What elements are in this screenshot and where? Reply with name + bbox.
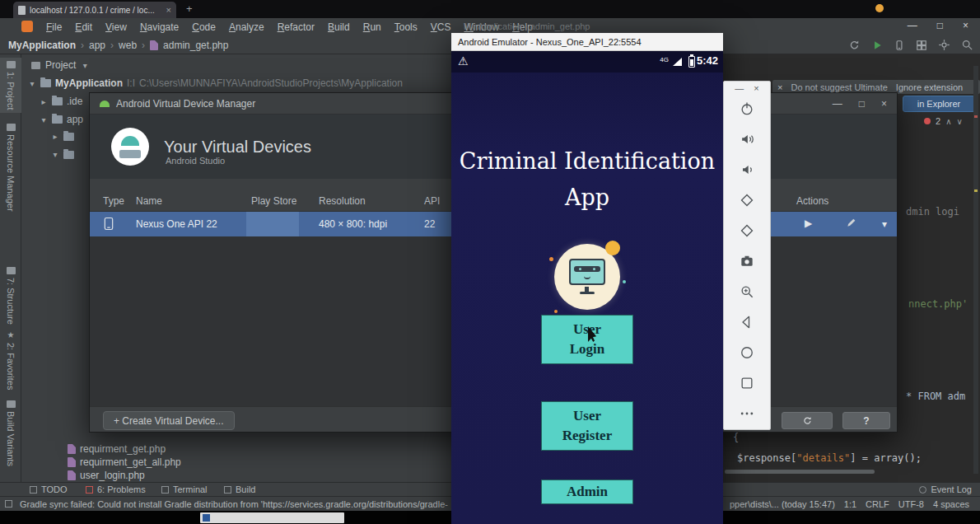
menu-analyze[interactable]: Analyze [222, 21, 271, 33]
close-icon[interactable]: × [963, 20, 968, 31]
chevron-down-icon[interactable]: ▾ [81, 61, 89, 70]
taskbar-item[interactable] [200, 512, 344, 523]
breadcrumb-project[interactable]: MyApplication [8, 40, 76, 51]
tab-close-icon[interactable]: × [166, 5, 171, 15]
user-register-button[interactable]: User Register [541, 401, 633, 451]
power-button[interactable] [724, 96, 770, 121]
settings-icon[interactable] [938, 39, 950, 51]
minimize-icon[interactable]: — [833, 98, 842, 110]
col-api[interactable]: API [424, 195, 440, 207]
inspection-widget[interactable]: 2 ∧ ∨ [924, 116, 963, 126]
caret-position[interactable]: 1:1 [844, 499, 856, 509]
tree-row-collapsed-2[interactable]: ▾ [51, 150, 74, 159]
overview-button[interactable] [724, 371, 770, 395]
tree-row-file[interactable]: requirment_get_all.php [68, 456, 181, 468]
sidebar-item-structure[interactable]: 7: Structure [0, 267, 21, 325]
tree-row-collapsed-1[interactable]: ▸ [51, 132, 74, 141]
line-ending[interactable]: CRLF [866, 499, 889, 509]
notification-link-ultimate[interactable]: Do not suggest Ultimate [791, 82, 887, 92]
browser-tab[interactable]: localhost / 127.0.0.1 / crime / loc... × [13, 2, 176, 18]
menu-code[interactable]: Code [185, 21, 222, 33]
chevron-closed-icon[interactable]: ▸ [51, 132, 59, 141]
project-panel-header[interactable]: Project ▾ [31, 59, 89, 71]
menu-vcs[interactable]: VCS [424, 21, 458, 33]
close-icon[interactable]: × [777, 82, 782, 92]
error-stripe[interactable] [973, 66, 978, 474]
menu-edit[interactable]: Edit [68, 21, 99, 33]
emulator-titlebar[interactable]: Android Emulator - Nexus_One_API_22:5554 [451, 33, 723, 51]
chevron-open-icon[interactable]: ▾ [51, 150, 59, 159]
prev-error-icon[interactable]: ∧ [945, 117, 951, 126]
back-button[interactable] [724, 310, 770, 335]
menu-refactor[interactable]: Refactor [271, 21, 321, 33]
tree-row-file[interactable]: user_login.php [68, 470, 145, 481]
menu-build[interactable]: Build [321, 21, 357, 33]
tab-problems[interactable]: 6: Problems [86, 484, 146, 494]
maximize-icon[interactable]: □ [859, 98, 865, 110]
indent-setting[interactable]: 4 spaces [933, 499, 969, 509]
tab-build[interactable]: Build [224, 484, 255, 494]
file-encoding[interactable]: UTF-8 [898, 499, 924, 509]
menu-tools[interactable]: Tools [388, 21, 424, 33]
horizontal-scrollbar[interactable] [725, 470, 875, 474]
create-virtual-device-button[interactable]: + Create Virtual Device... [103, 411, 235, 430]
user-login-button[interactable]: User Login [541, 315, 633, 364]
search-icon[interactable] [961, 39, 973, 51]
show-in-explorer-button[interactable]: in Explorer [903, 96, 975, 112]
status-message[interactable]: Gradle sync failed: Could not install Gr… [20, 499, 448, 509]
zoom-button[interactable] [724, 279, 770, 304]
minimize-icon[interactable]: — [735, 83, 744, 93]
launch-avd-button[interactable]: ▶ [805, 218, 812, 229]
maximize-icon[interactable]: □ [937, 20, 943, 31]
sidebar-item-favorites[interactable]: ★ 2: Favorites [0, 331, 21, 390]
sidebar-item-project[interactable]: 1: Project [0, 58, 21, 113]
help-button[interactable]: ? [842, 412, 890, 429]
menu-navigate[interactable]: Navigate [133, 21, 185, 33]
tree-row-file[interactable]: requirment_get.php [68, 443, 166, 455]
avd-menu-button[interactable]: ▾ [882, 218, 887, 230]
close-icon[interactable]: × [754, 83, 758, 93]
col-actions[interactable]: Actions [796, 195, 828, 207]
run-icon[interactable] [871, 40, 883, 51]
admin-button[interactable]: Admin [541, 480, 633, 504]
col-type[interactable]: Type [103, 195, 124, 207]
tool-window-toggle-icon[interactable] [5, 500, 12, 508]
sidebar-item-build-variants[interactable]: Build Variants [0, 400, 21, 466]
breadcrumb-web[interactable]: web [119, 40, 137, 51]
col-play-store[interactable]: Play Store [251, 195, 296, 207]
home-button[interactable] [724, 340, 770, 365]
rotate-left-button[interactable] [724, 188, 770, 213]
menu-run[interactable]: Run [357, 21, 388, 33]
chevron-closed-icon[interactable]: ▸ [40, 97, 48, 106]
more-button[interactable] [724, 401, 770, 426]
next-error-icon[interactable]: ∨ [956, 117, 962, 126]
volume-down-button[interactable] [724, 157, 770, 182]
close-icon[interactable]: × [881, 98, 887, 110]
col-name[interactable]: Name [136, 195, 162, 207]
tab-terminal[interactable]: Terminal [161, 484, 208, 494]
menu-file[interactable]: File [40, 21, 68, 33]
tree-row-root[interactable]: ▾ MyApplication I:I C:\Users\MUNNAFIYA\A… [28, 77, 403, 89]
chevron-open-icon[interactable]: ▾ [28, 79, 36, 88]
tree-row-app[interactable]: ▾ app [40, 114, 83, 125]
col-resolution[interactable]: Resolution [319, 195, 366, 207]
minimize-icon[interactable]: — [908, 20, 917, 31]
rotate-right-button[interactable] [724, 218, 770, 243]
gradle-sync-icon[interactable] [848, 39, 861, 51]
refresh-button[interactable] [782, 412, 833, 429]
notification-link-ignore[interactable]: Ignore extension [896, 82, 963, 92]
sidebar-item-resource-manager[interactable]: Resource Manager [0, 124, 21, 212]
tree-row-ide[interactable]: ▸ .ide [40, 96, 82, 107]
tab-todo[interactable]: TODO [30, 484, 68, 494]
event-log-button[interactable]: Event Log [919, 484, 972, 494]
volume-up-button[interactable] [724, 127, 770, 152]
breadcrumb-file[interactable]: admin_get.php [163, 40, 228, 51]
menu-view[interactable]: View [99, 21, 133, 33]
breadcrumb-app[interactable]: app [89, 40, 105, 51]
new-tab-button[interactable]: + [186, 2, 193, 15]
layout-inspector-icon[interactable] [916, 40, 927, 51]
edit-avd-button[interactable] [846, 217, 857, 231]
chevron-open-icon[interactable]: ▾ [40, 115, 48, 124]
device-manager-icon[interactable] [894, 40, 905, 51]
screenshot-button[interactable] [724, 249, 770, 274]
